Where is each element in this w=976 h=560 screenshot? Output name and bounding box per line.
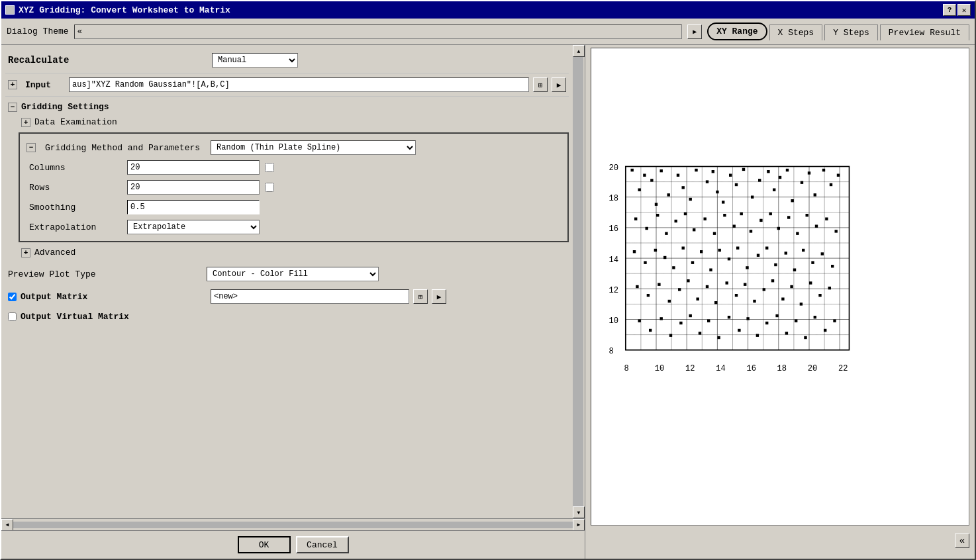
svg-rect-64 bbox=[773, 189, 775, 191]
svg-rect-55 bbox=[712, 170, 714, 173]
svg-rect-147 bbox=[717, 336, 720, 339]
columns-input[interactable] bbox=[127, 160, 260, 175]
svg-rect-50 bbox=[677, 174, 679, 177]
svg-rect-159 bbox=[833, 320, 836, 322]
tab-preview-result[interactable]: Preview Result bbox=[880, 24, 969, 40]
extrapolation-select[interactable]: Extrapolate None bbox=[127, 220, 260, 234]
svg-rect-84 bbox=[733, 225, 736, 228]
svg-text:8: 8 bbox=[609, 347, 614, 356]
content-area: Recalculate Manual Auto None + Input bbox=[1, 45, 573, 518]
svg-rect-61 bbox=[751, 196, 754, 199]
svg-rect-74 bbox=[634, 218, 637, 220]
svg-rect-43 bbox=[631, 169, 634, 171]
output-matrix-checkbox[interactable] bbox=[8, 293, 17, 301]
svg-rect-70 bbox=[814, 193, 816, 196]
gridding-settings-header[interactable]: − Gridding Settings bbox=[5, 99, 569, 115]
input-table-icon[interactable]: ⊞ bbox=[533, 77, 548, 92]
input-play-icon[interactable]: ▶ bbox=[552, 77, 566, 92]
svg-rect-154 bbox=[785, 332, 788, 334]
output-matrix-table-icon[interactable]: ⊞ bbox=[413, 289, 428, 304]
svg-rect-48 bbox=[667, 193, 670, 196]
svg-rect-80 bbox=[693, 228, 695, 231]
svg-rect-136 bbox=[809, 281, 812, 284]
preview-plot-select[interactable]: Contour - Color Fill 3D Surface Contour … bbox=[207, 267, 379, 281]
rows-checkbox[interactable] bbox=[265, 183, 274, 192]
recalculate-row: Recalculate Manual Auto None bbox=[5, 48, 569, 73]
svg-rect-105 bbox=[718, 249, 721, 252]
svg-rect-100 bbox=[672, 266, 675, 269]
output-virtual-matrix-label: Output Virtual Matrix bbox=[8, 312, 207, 322]
smoothing-input[interactable] bbox=[127, 200, 260, 214]
svg-rect-149 bbox=[738, 329, 740, 332]
rows-input[interactable] bbox=[127, 180, 260, 195]
svg-rect-65 bbox=[779, 176, 781, 179]
svg-rect-91 bbox=[796, 232, 799, 235]
svg-rect-116 bbox=[821, 252, 824, 255]
scroll-right-button[interactable]: ▶ bbox=[573, 519, 585, 531]
svg-rect-134 bbox=[790, 285, 793, 288]
svg-rect-156 bbox=[804, 336, 806, 339]
data-examination-header[interactable]: + Data Examination bbox=[19, 115, 569, 130]
title-bar-left: XYZ Gridding: Convert Worksheet to Matri… bbox=[5, 5, 230, 15]
svg-rect-68 bbox=[801, 181, 803, 184]
svg-rect-89 bbox=[777, 227, 780, 230]
gridding-settings-toggle[interactable]: − bbox=[8, 103, 17, 112]
svg-rect-99 bbox=[663, 256, 666, 259]
svg-rect-144 bbox=[689, 314, 692, 317]
help-button[interactable]: ? bbox=[943, 4, 956, 16]
gridding-method-toggle[interactable]: − bbox=[26, 143, 36, 152]
svg-rect-57 bbox=[722, 201, 724, 203]
input-label: Input bbox=[25, 80, 65, 90]
output-virtual-matrix-checkbox[interactable] bbox=[8, 312, 17, 321]
svg-rect-49 bbox=[655, 203, 658, 206]
svg-rect-138 bbox=[828, 287, 831, 289]
columns-label: Columns bbox=[29, 163, 122, 173]
svg-rect-69 bbox=[808, 171, 810, 174]
svg-rect-145 bbox=[699, 332, 701, 334]
output-matrix-input[interactable] bbox=[211, 289, 409, 304]
svg-rect-90 bbox=[787, 216, 790, 218]
svg-rect-118 bbox=[636, 285, 638, 288]
gridding-method-label: Gridding Method and Parameters bbox=[45, 143, 200, 153]
recalculate-select[interactable]: Manual Auto None bbox=[212, 53, 298, 68]
svg-rect-75 bbox=[646, 227, 648, 230]
input-field[interactable] bbox=[69, 77, 529, 92]
cancel-button[interactable]: Cancel bbox=[296, 536, 349, 553]
tab-y-steps[interactable]: Y Steps bbox=[824, 24, 878, 40]
svg-rect-137 bbox=[818, 294, 821, 297]
smoothing-label: Smoothing bbox=[29, 203, 122, 212]
collapse-button[interactable]: « bbox=[955, 534, 969, 548]
horizontal-scrollbar: ◀ ▶ bbox=[1, 518, 585, 530]
data-examination-toggle[interactable]: + bbox=[21, 118, 30, 127]
svg-rect-120 bbox=[658, 283, 660, 286]
dialog-theme-arrow[interactable]: ▶ bbox=[687, 24, 702, 39]
gridding-method-select[interactable]: Random (Thin Plate Spline) Kriging Inver… bbox=[211, 140, 416, 155]
advanced-header[interactable]: + Advanced bbox=[19, 245, 569, 260]
svg-rect-85 bbox=[740, 212, 743, 215]
tab-x-steps[interactable]: X Steps bbox=[769, 24, 823, 40]
advanced-toggle[interactable]: + bbox=[21, 248, 30, 257]
svg-rect-56 bbox=[716, 191, 718, 193]
svg-rect-140 bbox=[649, 329, 652, 332]
dialog-theme-input[interactable] bbox=[74, 24, 683, 39]
svg-rect-153 bbox=[775, 314, 778, 317]
tab-xy-range[interactable]: XY Range bbox=[707, 23, 767, 40]
svg-rect-107 bbox=[736, 247, 739, 250]
scroll-left-button[interactable]: ◀ bbox=[1, 519, 13, 531]
scroll-track[interactable] bbox=[573, 57, 583, 506]
svg-rect-96 bbox=[633, 250, 636, 253]
svg-rect-93 bbox=[815, 225, 818, 228]
output-matrix-play-icon[interactable]: ▶ bbox=[432, 289, 446, 304]
close-button[interactable]: ✕ bbox=[957, 4, 971, 16]
scroll-up-button[interactable]: ▲ bbox=[573, 45, 585, 57]
svg-rect-119 bbox=[647, 294, 650, 297]
gridding-method-section: − Gridding Method and Parameters Random … bbox=[19, 132, 569, 242]
scroll-down-button[interactable]: ▼ bbox=[573, 506, 585, 518]
horiz-scroll-track[interactable] bbox=[13, 522, 573, 528]
ok-button[interactable]: OK bbox=[238, 536, 291, 553]
columns-checkbox[interactable] bbox=[265, 163, 274, 172]
output-matrix-label: Output Matrix bbox=[8, 292, 207, 302]
svg-rect-44 bbox=[643, 174, 646, 177]
input-toggle[interactable]: + bbox=[8, 80, 17, 89]
svg-rect-152 bbox=[765, 322, 768, 324]
